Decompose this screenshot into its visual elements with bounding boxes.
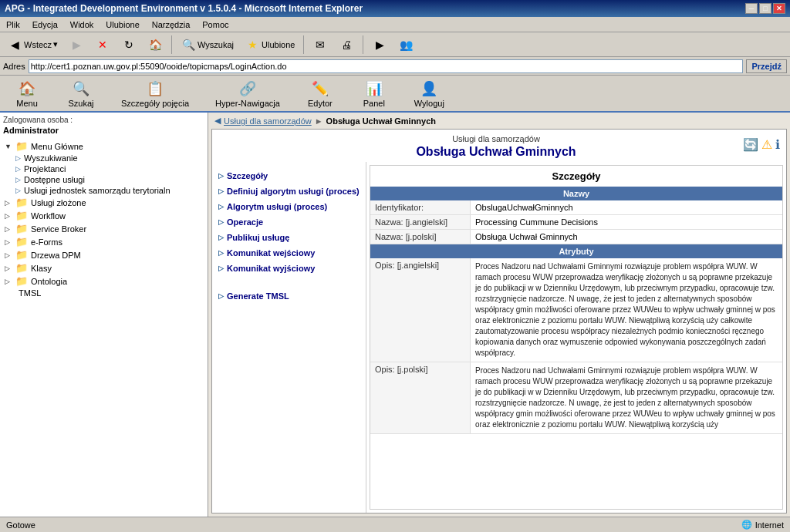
stop-button[interactable]: ✕ — [91, 35, 114, 55]
sidebar-folder-service-broker[interactable]: ▷ 📁 Service Broker — [3, 222, 204, 235]
folder-icon: 📁 — [15, 262, 28, 274]
sidebar-item-projektanci[interactable]: ▷ Projektanci — [3, 163, 204, 174]
sidebar-item-wyszukiwanie[interactable]: ▷ Wyszukiwanie — [3, 153, 204, 163]
folder-icon: 📁 — [15, 223, 28, 234]
menu-narzedzia[interactable]: Narzędzia — [149, 19, 194, 30]
media-button[interactable]: ▶ — [368, 35, 391, 55]
info-icon[interactable]: ℹ — [775, 137, 780, 152]
forward-button[interactable]: ▶ — [65, 35, 88, 55]
sidebar-folder-main[interactable]: ▼ 📁 Menu Główne — [3, 140, 204, 153]
favorites-button[interactable]: ★ Ulubione — [241, 35, 299, 55]
menu-ulubione[interactable]: Ulubione — [103, 19, 142, 30]
nav-arrow-icon: ▷ — [218, 292, 224, 300]
tab-hyper[interactable]: 🔗 Hyper-Nawigacja — [202, 77, 293, 111]
arrow-icon: ▷ — [15, 154, 21, 162]
nav-arrow-icon: ▷ — [218, 249, 224, 257]
sidebar-folder-workflow[interactable]: ▷ 📁 Workflow — [3, 209, 204, 222]
tab-szukaj[interactable]: 🔍 Szukaj — [54, 77, 108, 111]
sidebar-folder-uslugi[interactable]: ▷ 📁 Usługi złożone — [3, 196, 204, 209]
zone-label: Internet — [755, 520, 784, 530]
sidebar-folder-klasy[interactable]: ▷ 📁 Klasy — [3, 261, 204, 274]
expand-icon: ▷ — [5, 278, 12, 285]
tab-szczegoly[interactable]: 📋 Szczegóły pojęcia — [108, 77, 202, 111]
left-nav-operacje[interactable]: ▷ Operacje — [215, 214, 363, 230]
menu-pomoc[interactable]: Pomoc — [199, 19, 231, 30]
left-nav: ▷ Szczegóły ▷ Definiuj algorytm usługi (… — [212, 162, 366, 513]
print-button[interactable]: 🖨 — [335, 35, 358, 55]
breadcrumb-separator: ► — [315, 116, 323, 126]
tab-panel[interactable]: 📊 Panel — [347, 77, 401, 111]
edytor-tab-icon: ✏️ — [312, 80, 329, 97]
name-en-label: Nazwa: [j.angielski] — [370, 215, 471, 229]
left-nav-szczegoly[interactable]: ▷ Szczegóły — [215, 168, 363, 184]
sidebar-item-tmsl[interactable]: TMSL — [3, 288, 204, 298]
window-controls[interactable]: ─ □ ✕ — [745, 3, 785, 14]
star-icon: ★ — [245, 37, 260, 52]
sidebar-item-jednostki[interactable]: ▷ Usługi jednostek samorządu terytorialn — [3, 185, 204, 196]
sidebar: Zalogowana osoba : Administrator ▼ 📁 Men… — [0, 113, 208, 517]
szczegoly-tab-icon: 📋 — [147, 80, 164, 97]
home-button[interactable]: 🏠 — [143, 35, 167, 55]
nav-arrow-icon: ▷ — [218, 218, 224, 226]
nav-arrow-icon: ▷ — [218, 234, 224, 241]
left-nav-algorytm[interactable]: ▷ Algorytm usługi (proces) — [215, 199, 363, 214]
desc-en-value: Proces Nadzoru nad Uchwałami Gminnymi ro… — [471, 258, 782, 362]
arrow-icon: ▷ — [15, 176, 21, 184]
content-title: Obsługa Uchwał Gminnych — [356, 145, 636, 159]
left-nav-komunikat-wyj[interactable]: ▷ Komunikat wyjściowy — [215, 261, 363, 276]
media-icon: ▶ — [372, 37, 387, 52]
left-nav-generate[interactable]: ▷ Generate TMSL — [215, 288, 363, 304]
content-body: ▷ Szczegóły ▷ Definiuj algorytm usługi (… — [212, 162, 786, 513]
address-input[interactable] — [29, 59, 744, 73]
nav-tabs: 🏠 Menu 🔍 Szukaj 📋 Szczegóły pojęcia 🔗 Hy… — [0, 76, 790, 113]
desc-en-label: Opis: [j.angielski] — [370, 258, 471, 362]
left-nav-definiuj[interactable]: ▷ Definiuj algorytm usługi (proces) — [215, 184, 363, 199]
content-area: ◀ Usługi dla samorządów ► Obsługa Uchwał… — [208, 113, 790, 517]
sidebar-folder-eforms[interactable]: ▷ 📁 e-Forms — [3, 235, 204, 248]
menu-plik[interactable]: Plik — [3, 19, 23, 30]
sidebar-folder-drzewa[interactable]: ▷ 📁 Drzewa DPM — [3, 248, 204, 261]
folder-icon: 📁 — [15, 275, 28, 287]
left-nav-publikuj[interactable]: ▷ Publikuj usługę — [215, 230, 363, 245]
maximize-button[interactable]: □ — [759, 3, 771, 14]
back-dropdown-icon: ▾ — [53, 39, 58, 49]
menu-edycja[interactable]: Edycja — [29, 19, 61, 30]
sidebar-folder-ontologia[interactable]: ▷ 📁 Ontologia — [3, 274, 204, 288]
menu-widok[interactable]: Widok — [67, 19, 97, 30]
go-button[interactable]: Przejdź — [746, 59, 787, 73]
back-button[interactable]: ◀ Wstecz ▾ — [3, 35, 62, 55]
content-header: Usługi dla samorządów Obsługa Uchwał Gmi… — [212, 130, 786, 162]
mail-button[interactable]: ✉ — [309, 35, 332, 55]
menu-bar: Plik Edycja Widok Ulubione Narzędzia Pom… — [0, 17, 790, 32]
sidebar-item-dostepne[interactable]: ▷ Dostępne usługi — [3, 174, 204, 185]
expand-icon: ▷ — [5, 251, 12, 259]
warning-icon[interactable]: ⚠ — [761, 137, 772, 152]
desc-pl-value: Proces Nadzoru nad Uchwałami Gminnymi ro… — [471, 362, 782, 433]
back-arrow-icon: ◀ — [214, 116, 221, 126]
messenger-button[interactable]: 👥 — [394, 35, 417, 55]
address-bar: Adres Przejdź — [0, 57, 790, 76]
details-panel[interactable]: Szczegóły Nazwy Identyfikator: ObslugaUc… — [370, 165, 783, 510]
minimize-button[interactable]: ─ — [745, 3, 758, 14]
expand-icon: ▷ — [5, 238, 12, 246]
left-nav-komunikat-wej[interactable]: ▷ Komunikat wejściowy — [215, 245, 363, 261]
names-section-header: Nazwy — [370, 187, 782, 200]
search-button[interactable]: 🔍 Wyszukaj — [177, 35, 238, 55]
internet-icon: 🌐 — [741, 520, 752, 530]
separator-2 — [303, 35, 304, 54]
breadcrumb-link[interactable]: Usługi dla samorządów — [224, 116, 312, 126]
expand-icon: ▷ — [5, 199, 12, 207]
close-button[interactable]: ✕ — [773, 3, 785, 14]
tab-edytor[interactable]: ✏️ Edytor — [293, 77, 347, 111]
tab-wyloguj[interactable]: 👤 Wyloguj — [401, 77, 457, 111]
detail-row-name-en: Nazwa: [j.angielski] Processing Cummune … — [370, 215, 782, 230]
expand-icon: ▷ — [5, 264, 12, 272]
refresh-content-icon[interactable]: 🔄 — [743, 137, 758, 152]
tab-menu[interactable]: 🏠 Menu — [0, 77, 54, 111]
menu-tab-icon: 🏠 — [19, 80, 35, 97]
name-pl-value: Obsługa Uchwał Gminnych — [471, 230, 782, 244]
main-layout: Zalogowana osoba : Administrator ▼ 📁 Men… — [0, 113, 790, 517]
refresh-button[interactable]: ↻ — [117, 35, 140, 55]
username: Administrator — [3, 126, 204, 135]
folder-icon: 📁 — [15, 197, 28, 208]
